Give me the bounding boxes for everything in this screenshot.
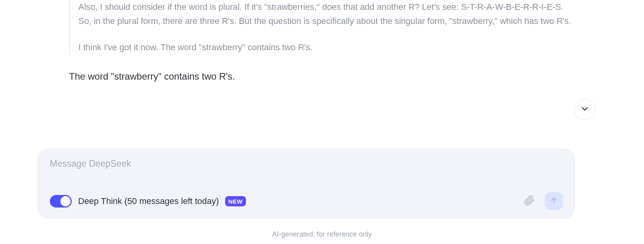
deep-think-label: Deep Think (50 messages left today) xyxy=(78,196,219,206)
message-input[interactable] xyxy=(50,158,563,169)
chat-page: Also, I should consider if the word is p… xyxy=(0,0,644,244)
toggle-knob xyxy=(60,196,71,206)
composer-controls: Deep Think (50 messages left today) NEW xyxy=(50,192,563,210)
message-composer: Deep Think (50 messages left today) NEW xyxy=(38,149,575,219)
reasoning-paragraph: I think I've got it now. The word "straw… xyxy=(78,40,575,55)
arrow-up-icon xyxy=(549,196,558,206)
composer-right-controls xyxy=(523,192,563,210)
attach-button[interactable] xyxy=(523,195,536,208)
scroll-down-button[interactable] xyxy=(574,99,595,120)
reasoning-block: Also, I should consider if the word is p… xyxy=(69,0,575,55)
send-button[interactable] xyxy=(545,192,563,210)
new-badge: NEW xyxy=(225,196,246,206)
chevron-down-icon xyxy=(580,104,589,115)
footer-disclaimer: AI-generated, for reference only xyxy=(0,230,644,239)
message-content: Also, I should consider if the word is p… xyxy=(69,0,575,84)
composer-left-controls: Deep Think (50 messages left today) NEW xyxy=(50,195,246,208)
deep-think-toggle[interactable] xyxy=(50,195,72,208)
paperclip-icon xyxy=(524,195,535,208)
final-answer: The word "strawberry" contains two R's. xyxy=(69,69,575,84)
reasoning-paragraph: Also, I should consider if the word is p… xyxy=(78,0,575,28)
